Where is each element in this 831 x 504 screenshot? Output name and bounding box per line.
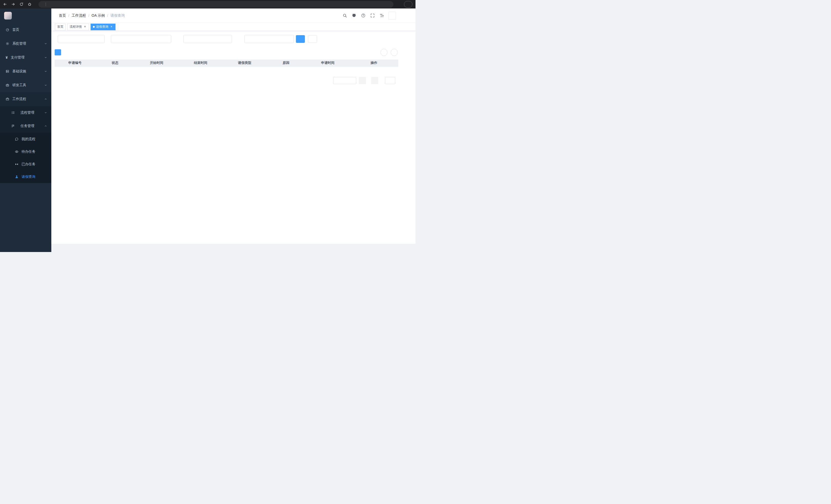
sidebar-item-infrastructure[interactable]: 基础设施: [0, 64, 51, 78]
server-icon: [6, 69, 9, 73]
reload-icon[interactable]: [20, 2, 23, 6]
chevron-down-icon: [44, 111, 47, 114]
chevron-down-icon: [44, 84, 47, 87]
table-settings: [380, 49, 398, 56]
leave-table: 申请编号状态开始时间结束时间请假类型原因申请时间操作: [55, 60, 398, 67]
url-bar[interactable]: [38, 1, 394, 8]
bowtie-icon: [15, 162, 19, 166]
leave-type-select[interactable]: [58, 35, 105, 43]
column-header: 结束时间: [178, 60, 223, 66]
sidebar-item-leave-query[interactable]: 请假查询: [0, 170, 51, 183]
sidebar-item-label: 流程管理: [21, 110, 34, 115]
question-icon[interactable]: [361, 13, 366, 18]
toolbox-icon: [6, 83, 9, 87]
sidebar-item-done-tasks[interactable]: 已办任务: [0, 158, 51, 170]
sidebar-item-process-mgmt[interactable]: 流程管理: [0, 106, 51, 119]
github-icon[interactable]: [352, 13, 356, 18]
breadcrumb-separator: /: [107, 13, 108, 18]
search-icon[interactable]: [343, 13, 347, 18]
sidebar-item-workflow[interactable]: 工作流程: [0, 92, 51, 106]
chevron-down-icon: [44, 70, 47, 73]
close-icon[interactable]: ×: [110, 25, 113, 29]
table-header-row: 申请编号状态开始时间结束时间请假类型原因申请时间操作: [55, 60, 398, 66]
list-icon: [11, 111, 15, 114]
refresh-table-button[interactable]: [391, 49, 398, 56]
sidebar: 首页系统管理¥支付管理基础设施研发工具工作流程流程管理任务管理我的流程待办任务已…: [0, 8, 51, 252]
user-icon: [15, 175, 19, 179]
sidebar-item-label: 已办任务: [22, 162, 35, 167]
filter-form: [55, 35, 398, 43]
toggle-search-button[interactable]: [380, 49, 388, 56]
table-toolbar: [55, 49, 398, 56]
chevron-up-icon: [44, 97, 47, 100]
prev-page-button[interactable]: [359, 77, 366, 84]
sidebar-item-payment[interactable]: ¥支付管理: [0, 51, 51, 64]
chevron-down-icon: [44, 42, 47, 45]
breadcrumb-item: 请假查询: [110, 13, 125, 18]
update-button[interactable]: [404, 1, 412, 8]
page-size-select[interactable]: [333, 77, 356, 84]
tab-process-detail[interactable]: 流程详情×: [67, 24, 89, 30]
breadcrumb-separator: /: [88, 13, 89, 18]
next-page-button[interactable]: [371, 77, 378, 84]
sidebar-item-system[interactable]: 系统管理: [0, 37, 51, 51]
fullscreen-icon[interactable]: [370, 13, 375, 18]
reset-button[interactable]: [308, 35, 317, 43]
eye-icon: [15, 150, 19, 153]
sidebar-item-todo-tasks[interactable]: 待办任务: [0, 145, 51, 158]
column-header: 开始时间: [135, 60, 178, 66]
apply-time-range-picker[interactable]: [111, 35, 171, 43]
briefcase-icon: [6, 97, 9, 101]
tab-label: 请假查询: [96, 25, 108, 29]
breadcrumb-item[interactable]: 工作流程: [71, 13, 86, 18]
goto-page-input[interactable]: [385, 77, 395, 84]
sidebar-item-my-process[interactable]: 我的流程: [0, 133, 51, 145]
gear-icon: [6, 42, 9, 46]
app: 首页系统管理¥支付管理基础设施研发工具工作流程流程管理任务管理我的流程待办任务已…: [0, 8, 416, 252]
sidebar-item-label: 我的流程: [22, 137, 35, 141]
omnibox-divider: [46, 3, 46, 6]
sidebar-item-label: 工作流程: [12, 97, 26, 101]
sidebar-item-task-mgmt[interactable]: 任务管理: [0, 119, 51, 133]
logo-avatar: [4, 12, 12, 20]
breadcrumb-item[interactable]: 首页: [59, 13, 66, 18]
navbar-tools: [343, 13, 384, 18]
sidebar-menu: 首页系统管理¥支付管理基础设施研发工具工作流程流程管理任务管理我的流程待办任务已…: [0, 23, 51, 183]
sidebar-item-label: 首页: [12, 27, 19, 32]
sidebar-item-label: 系统管理: [12, 41, 26, 46]
active-tab-dot: [93, 26, 95, 28]
result-select[interactable]: [183, 35, 232, 43]
back-icon[interactable]: [3, 2, 7, 6]
close-icon[interactable]: ×: [83, 25, 87, 29]
sidebar-item-label: 研发工具: [12, 83, 26, 88]
breadcrumb-separator: /: [68, 13, 69, 18]
home-icon[interactable]: [28, 2, 32, 6]
sidebar-item-label: 任务管理: [21, 124, 34, 128]
tab-label: 流程详情: [69, 25, 82, 29]
search-button[interactable]: [296, 35, 305, 43]
column-header: 状态: [95, 60, 135, 66]
content-area: 申请编号状态开始时间结束时间请假类型原因申请时间操作: [51, 31, 416, 252]
sidebar-item-devtools[interactable]: 研发工具: [0, 78, 51, 92]
breadcrumb-item[interactable]: OA 示例: [92, 13, 105, 18]
sidebar-item-label: 请假查询: [22, 175, 35, 179]
main-area: 首页/工作流程/OA 示例/请假查询 首页流程详情×请假查询×: [51, 8, 416, 252]
tab-home[interactable]: 首页: [55, 24, 66, 30]
create-leave-button[interactable]: [55, 49, 61, 55]
logo[interactable]: [0, 8, 51, 23]
tab-leave-query[interactable]: 请假查询×: [91, 24, 115, 30]
sidebar-item-home[interactable]: 首页: [0, 23, 51, 37]
leave-query-page: 申请编号状态开始时间结束时间请假类型原因申请时间操作: [51, 31, 416, 244]
top-navbar: 首页/工作流程/OA 示例/请假查询: [51, 8, 416, 23]
fontsize-icon[interactable]: [379, 13, 384, 18]
chevron-up-icon: [44, 124, 47, 127]
forward-icon[interactable]: [11, 2, 15, 6]
sidebar-item-label: 待办任务: [22, 149, 35, 154]
gauge-icon: [6, 28, 9, 32]
avatar[interactable]: [388, 12, 396, 20]
column-header: 申请时间: [306, 60, 349, 66]
column-header: 申请编号: [55, 60, 95, 66]
sidebar-item-label: 支付管理: [11, 55, 25, 60]
pagination: [55, 77, 398, 84]
reason-input[interactable]: [244, 35, 294, 43]
